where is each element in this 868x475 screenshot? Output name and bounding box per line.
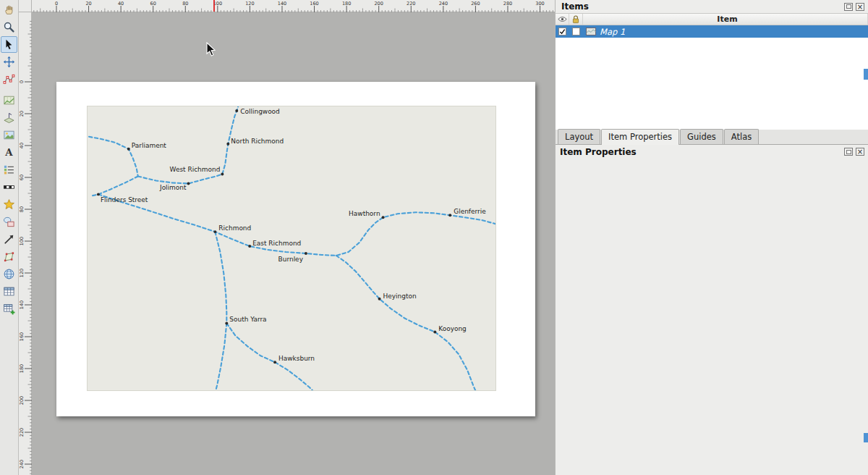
rail-line-6 [215,232,226,390]
svg-text:300: 300 [535,1,544,7]
undock-panel-icon[interactable] [844,3,853,11]
toolbar-add-attribute-table-button[interactable] [1,283,17,300]
tab-guides[interactable]: Guides [680,129,723,144]
svg-text:100: 100 [19,237,25,245]
toolbar-zoom-button[interactable] [1,19,17,35]
tab-atlas[interactable]: Atlas [724,129,759,144]
items-row-map-1[interactable]: Map 1 [556,25,868,38]
mouse-cursor [206,42,218,57]
svg-text:140: 140 [19,300,25,309]
layout-page[interactable]: CollingwoodNorth RichmondParliamentWest … [56,82,535,416]
station-point [235,109,238,112]
properties-panel-titlebar: Item Properties × [556,145,868,159]
add-map-icon [3,94,15,106]
toolbar-move-item-content-button[interactable] [1,54,17,70]
station-label: Glenferrie [454,208,486,215]
svg-text:40: 40 [118,1,124,7]
tab-layout[interactable]: Layout [558,129,600,144]
toolbar-add-map-button[interactable] [1,92,17,109]
toolbar-add-label-button[interactable]: A [1,144,17,161]
svg-text:120: 120 [245,1,254,7]
station-point [382,216,385,219]
rail-line-1 [89,137,138,177]
svg-text:220: 220 [19,428,25,437]
toolbar-add-fixed-table-button[interactable] [1,300,17,317]
items-table-header: Item [556,13,868,25]
svg-text:140: 140 [278,1,286,7]
add-picture-icon [3,129,15,141]
visibility-checkbox[interactable] [558,28,566,35]
toolbar-add-scalebar-button[interactable] [1,179,17,196]
add-marker-icon [3,198,15,211]
station-point [273,361,276,363]
rail-line-5 [336,256,475,390]
undock-panel-icon[interactable] [844,148,853,156]
svg-text:0: 0 [55,1,58,7]
station-point [213,230,216,233]
ruler-horizontal: 0204060801001201401601802002202402602803… [32,0,555,12]
tab-item-properties[interactable]: Item Properties [601,129,679,145]
toolbar-edit-nodes-button[interactable] [1,71,17,88]
svg-text:120: 120 [19,269,25,277]
toolbar-add-shape-button[interactable] [1,214,17,230]
svg-text:260: 260 [471,1,480,7]
station-label: Hawthorn [349,210,380,217]
pan-icon [3,4,15,16]
lock-column-header [569,14,583,25]
select-move-item-icon [3,38,15,51]
toolbar-add-legend-button[interactable] [1,161,17,178]
station-point [226,143,229,146]
station-point [97,193,100,196]
add-html-icon [3,268,15,280]
layout-toolbox: A [0,0,19,475]
svg-text:80: 80 [182,1,188,7]
item-label: Map 1 [600,27,625,37]
dock-indicator [864,69,868,80]
svg-text:40: 40 [19,143,25,148]
svg-text:80: 80 [19,206,25,212]
properties-panel-body [556,159,868,475]
toolbar-add-picture-button[interactable] [1,127,17,143]
station-point [221,173,224,176]
station-label: Kooyong [438,325,467,332]
toolbar-add-arrow-button[interactable] [1,231,17,248]
toolbar-add-html-button[interactable] [1,266,17,282]
station-point [127,148,130,151]
map-item-icon [586,28,596,35]
map-item[interactable]: CollingwoodNorth RichmondParliamentWest … [87,106,496,391]
svg-text:240: 240 [19,460,25,468]
station-label: Flinders Street [101,196,148,203]
toolbar-pan-button[interactable] [1,1,17,18]
toolbar-select-move-item-button[interactable] [1,36,17,53]
svg-text:0: 0 [19,80,25,83]
svg-text:220: 220 [407,1,415,7]
close-panel-icon[interactable]: × [856,148,864,156]
dock-indicator [864,433,868,442]
close-panel-icon[interactable]: × [856,3,864,11]
toolbar-add-node-item-button[interactable] [1,248,17,265]
svg-text:240: 240 [439,1,448,7]
station-label: East Richmond [252,240,301,247]
add-legend-icon [3,164,15,176]
svg-text:20: 20 [19,111,25,117]
toolbar-add-3d-map-button[interactable] [1,109,17,126]
svg-text:200: 200 [374,1,383,7]
station-point [433,330,436,333]
lock-checkbox[interactable] [572,28,580,35]
station-label: Collingwood [240,108,280,115]
eye-icon [558,16,567,22]
svg-text:20: 20 [85,1,91,7]
add-scalebar-icon [3,181,15,193]
svg-text:160: 160 [19,332,25,341]
svg-text:180: 180 [342,1,351,7]
svg-text:180: 180 [19,364,25,373]
svg-text:280: 280 [503,1,512,7]
layout-canvas[interactable]: CollingwoodNorth RichmondParliamentWest … [32,12,555,475]
move-item-content-icon [3,56,15,68]
station-point [448,214,451,217]
lock-icon [572,15,579,24]
station-point [225,321,228,324]
add-3d-map-icon [3,112,15,124]
add-node-item-icon [3,251,15,263]
toolbar-add-marker-button[interactable] [1,196,17,213]
